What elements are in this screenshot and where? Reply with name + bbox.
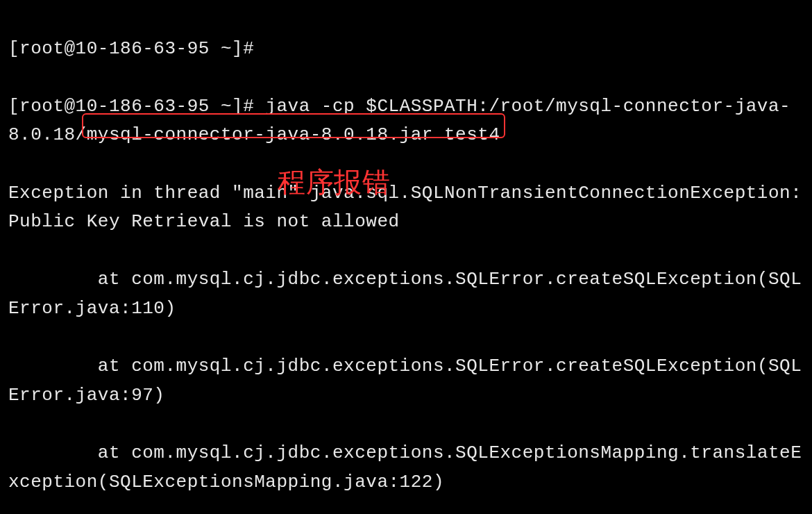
stack-trace-1: at com.mysql.cj.jdbc.exceptions.SQLError… [8, 265, 804, 323]
exception-message: Public Key Retrieval is not allowed [8, 211, 400, 232]
terminal-output[interactable]: [root@10-186-63-95 ~]# [root@10-186-63-9… [8, 6, 804, 514]
prompt: [root@10-186-63-95 ~]# [8, 96, 265, 117]
exception-line: Exception in thread "main" java.sql.SQLN… [8, 179, 804, 237]
exception-prefix: Exception in thread "main" java.sql.SQLN… [8, 183, 812, 204]
stack-trace-3: at com.mysql.cj.jdbc.exceptions.SQLExcep… [8, 439, 804, 497]
stack-trace-2: at com.mysql.cj.jdbc.exceptions.SQLError… [8, 352, 804, 410]
prompt-line-1: [root@10-186-63-95 ~]# [8, 35, 804, 64]
command-line: [root@10-186-63-95 ~]# java -cp $CLASSPA… [8, 92, 804, 150]
